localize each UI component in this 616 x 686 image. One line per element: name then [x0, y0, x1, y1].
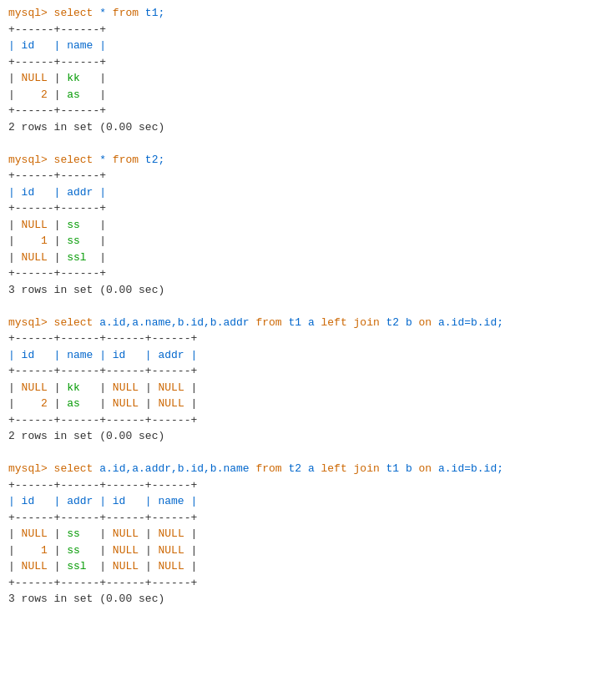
sql-keyword: select [54, 7, 93, 19]
sql-keyword: left [321, 462, 347, 475]
cell-null: NULL [22, 72, 48, 84]
cell-str: kk [67, 72, 80, 84]
table-cell-text: | [48, 251, 67, 264]
table-border-top: +------+------+ [8, 169, 106, 182]
table-cell-text: | [48, 544, 67, 557]
table-cell-text: | [184, 527, 198, 540]
table-row-data: | [8, 219, 22, 231]
prompt: mysql> [8, 154, 54, 166]
table-cell-text: | [80, 235, 106, 247]
table-row-data: | [8, 544, 41, 557]
table-row-data: | [8, 251, 22, 264]
sql-text: t2; [139, 154, 164, 166]
prompt: mysql> [8, 316, 54, 329]
table-cell-text: | [80, 397, 113, 410]
table-cell-text: | [80, 219, 106, 231]
cell-null: NULL [158, 560, 184, 573]
sql-text: * [93, 7, 112, 19]
cell-null: NULL [113, 560, 139, 573]
sql-keyword: from [113, 154, 139, 166]
table-border-bot: +------+------+ [8, 267, 106, 280]
sql-keyword: select [54, 462, 93, 475]
cell-num: 2 [41, 397, 48, 410]
sql-text: * [93, 154, 112, 166]
cell-null: NULL [158, 397, 184, 410]
cell-null: NULL [113, 381, 139, 394]
table-border-bot: +------+------+------+------+ [8, 414, 197, 426]
cell-null: NULL [22, 381, 48, 394]
table-cell-text: | [184, 544, 198, 557]
cell-null: NULL [158, 544, 184, 557]
cell-str: ss [67, 527, 80, 540]
table-cell-text: | [184, 560, 198, 573]
table-row-header: | id | addr | [8, 186, 106, 199]
sql-text: a.id=b.id; [432, 462, 503, 475]
cell-null: NULL [158, 381, 184, 394]
cell-null: NULL [113, 397, 139, 410]
table-cell-text: | [139, 560, 158, 573]
table-border-mid: +------+------+------+------+ [8, 512, 197, 524]
table-cell-text: | [80, 72, 106, 84]
sql-keyword: select [54, 316, 93, 329]
sql-text: t2 b [380, 316, 419, 329]
result-info: 3 rows in set (0.00 sec) [8, 593, 164, 605]
cell-str: ssl [67, 251, 86, 264]
table-row-data: | [8, 527, 22, 540]
table-border-top: +------+------+ [8, 23, 106, 36]
result-info: 2 rows in set (0.00 sec) [8, 430, 164, 442]
sql-keyword: from [255, 462, 281, 475]
table-row-header: | id | name | [8, 39, 106, 52]
cell-num: 2 [41, 88, 48, 101]
cell-str: as [67, 88, 80, 101]
table-border-mid: +------+------+ [8, 202, 106, 214]
sql-keyword: join [354, 316, 380, 329]
table-row-header: | id | name | id | addr | [8, 349, 197, 361]
cell-str: kk [67, 381, 80, 394]
table-cell-text: | [48, 397, 67, 410]
table-border-mid: +------+------+------+------+ [8, 365, 197, 377]
table-cell-text: | [139, 544, 158, 557]
table-cell-text: | [48, 72, 67, 84]
sql-text: t1; [139, 7, 164, 19]
table-border-top: +------+------+------+------+ [8, 332, 197, 345]
table-row-header: | id | addr | id | name | [8, 495, 197, 507]
table-cell-text: | [184, 381, 198, 394]
cell-str: ss [67, 235, 80, 247]
sql-text: a.id,a.addr,b.id,b.name [93, 462, 255, 475]
sql-keyword: from [113, 7, 139, 19]
table-cell-text: | [48, 381, 67, 394]
table-cell-text: | [48, 560, 67, 573]
sql-text [347, 316, 354, 329]
table-cell-text: | [48, 219, 67, 231]
cell-null: NULL [113, 544, 139, 557]
cell-null: NULL [158, 527, 184, 540]
table-cell-text: | [48, 527, 67, 540]
table-cell-text: | [184, 397, 198, 410]
table-cell-text: | [48, 235, 67, 247]
sql-keyword: select [54, 154, 93, 166]
result-info: 3 rows in set (0.00 sec) [8, 284, 164, 296]
table-border-top: +------+------+------+------+ [8, 479, 197, 492]
table-row-data: | [8, 397, 41, 410]
result-info: 2 rows in set (0.00 sec) [8, 121, 164, 134]
sql-keyword: left [321, 316, 347, 329]
prompt: mysql> [8, 7, 54, 19]
table-cell-text: | [139, 527, 158, 540]
table-cell-text: | [80, 544, 113, 557]
terminal-output: mysql> select * from t1; +------+------+… [8, 5, 608, 608]
sql-keyword: on [419, 316, 432, 329]
table-border-bot: +------+------+ [8, 104, 106, 117]
table-row-data: | [8, 381, 22, 394]
table-cell-text: | [80, 88, 106, 101]
prompt: mysql> [8, 462, 54, 475]
table-cell-text: | [48, 88, 67, 101]
cell-null: NULL [22, 219, 48, 231]
sql-text: t1 b [380, 462, 419, 475]
table-cell-text: | [87, 251, 106, 264]
cell-null: NULL [113, 527, 139, 540]
cell-null: NULL [22, 527, 48, 540]
cell-num: 1 [41, 235, 48, 247]
cell-num: 1 [41, 544, 48, 557]
cell-null: NULL [22, 251, 48, 264]
table-cell-text: | [87, 560, 113, 573]
